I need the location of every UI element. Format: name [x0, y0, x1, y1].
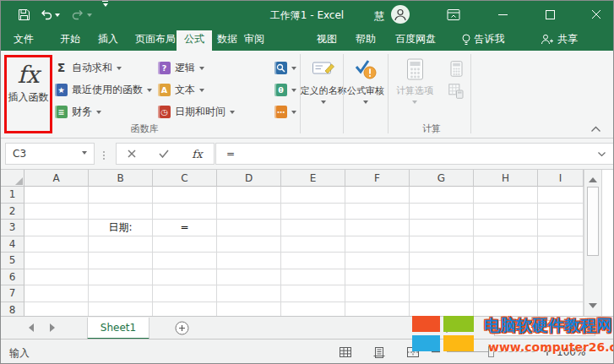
normal-view-button[interactable] — [340, 347, 351, 357]
next-sheet-icon[interactable] — [50, 323, 59, 332]
recently-used-button[interactable]: ★ 最近使用的函数 — [55, 80, 152, 99]
cell-I4[interactable] — [538, 236, 584, 253]
user-avatar[interactable] — [391, 5, 410, 24]
cell-B4[interactable] — [89, 236, 153, 253]
enter-check-icon[interactable] — [159, 149, 169, 158]
cell-D7[interactable] — [217, 285, 281, 302]
cell-H8[interactable] — [474, 302, 538, 317]
maximize-button[interactable] — [546, 1, 555, 28]
cell-A2[interactable] — [24, 204, 89, 220]
scroll-down-icon[interactable] — [589, 303, 597, 312]
cell-B3[interactable]: 日期: — [89, 220, 153, 236]
cell-I5[interactable] — [538, 253, 584, 269]
cell-F6[interactable] — [345, 269, 410, 286]
share-button[interactable]: 共享 — [541, 28, 578, 51]
cell-H2[interactable] — [474, 204, 538, 220]
cell-D5[interactable] — [217, 253, 281, 269]
cell-C6[interactable] — [153, 269, 217, 286]
sheet-tab-sheet1[interactable]: Sheet1 — [87, 318, 149, 340]
text-button[interactable]: A 文本 — [158, 80, 204, 99]
row-header-3[interactable]: 3 — [1, 220, 24, 236]
cell-G6[interactable] — [410, 269, 474, 286]
cell-E6[interactable] — [281, 269, 345, 286]
cell-G3[interactable] — [410, 220, 474, 236]
column-header-G[interactable]: G — [410, 170, 474, 187]
undo-button[interactable] — [40, 1, 60, 28]
tab-formulas-active[interactable]: 公式 — [184, 28, 204, 51]
cell-A5[interactable] — [24, 253, 89, 269]
cell-H7[interactable] — [474, 285, 538, 302]
tab-page-layout[interactable]: 页面布局 — [135, 28, 176, 51]
row-header-1[interactable]: 1 — [1, 187, 24, 204]
cell-C8[interactable] — [153, 302, 217, 317]
row-header-2[interactable]: 2 — [1, 204, 24, 220]
cell-A4[interactable] — [24, 236, 89, 253]
expand-formula-bar-icon[interactable] — [597, 151, 606, 157]
redo-button[interactable] — [72, 1, 92, 28]
column-header-A[interactable]: A — [24, 170, 89, 187]
tab-review[interactable]: 审阅 — [244, 28, 264, 51]
cell-C7[interactable] — [153, 285, 217, 302]
tell-me-box[interactable]: 告诉我 — [462, 28, 505, 51]
customize-quick-access-button[interactable] — [102, 1, 108, 28]
cell-F2[interactable] — [345, 204, 410, 220]
formula-input[interactable]: = — [215, 143, 614, 165]
cell-G2[interactable] — [410, 204, 474, 220]
name-box[interactable]: C3 — [5, 143, 95, 165]
cell-E7[interactable] — [281, 285, 345, 302]
cell-D3[interactable] — [217, 220, 281, 236]
cell-E8[interactable] — [281, 302, 345, 317]
cell-F8[interactable] — [345, 302, 410, 317]
date-time-button[interactable]: ◷ 日期和时间 — [158, 102, 235, 121]
cell-B5[interactable] — [89, 253, 153, 269]
column-header-C[interactable]: C — [153, 170, 217, 187]
defined-names-button[interactable]: 定义的名称 — [301, 55, 346, 134]
row-header-7[interactable]: 7 — [1, 285, 24, 302]
cell-I2[interactable] — [538, 204, 584, 220]
save-button[interactable] — [18, 1, 30, 28]
cell-G8[interactable] — [410, 302, 474, 317]
cell-G4[interactable] — [410, 236, 474, 253]
row-header-6[interactable]: 6 — [1, 269, 24, 286]
more-functions-button[interactable]: ⋯ — [274, 102, 296, 121]
cell-H3[interactable] — [474, 220, 538, 236]
cell-A3[interactable] — [24, 220, 89, 236]
cell-F4[interactable] — [345, 236, 410, 253]
tab-home[interactable]: 开始 — [60, 28, 80, 51]
insert-function-fx-button[interactable]: fx — [192, 148, 202, 160]
cell-C4[interactable] — [153, 236, 217, 253]
cell-I6[interactable] — [538, 269, 584, 286]
row-header-5[interactable]: 5 — [1, 253, 24, 269]
vertical-scroll-thumb[interactable] — [587, 187, 599, 256]
logical-button[interactable]: ? 逻辑 — [158, 58, 204, 77]
cell-A7[interactable] — [24, 285, 89, 302]
column-header-H[interactable]: H — [474, 170, 538, 187]
minimize-button[interactable] — [498, 1, 508, 28]
formula-bar-splitter[interactable] — [103, 149, 105, 161]
close-button[interactable] — [591, 1, 601, 28]
cell-I3[interactable] — [538, 220, 584, 236]
insert-function-button[interactable]: fx 插入函数 — [4, 55, 52, 133]
financial-button[interactable]: ≡ 财务 — [55, 102, 101, 121]
tab-data[interactable]: 数据 — [217, 28, 237, 51]
cell-B6[interactable] — [89, 269, 153, 286]
cell-E3[interactable] — [281, 220, 345, 236]
cell-F1[interactable] — [345, 187, 410, 204]
cell-H1[interactable] — [474, 187, 538, 204]
cancel-icon[interactable] — [128, 149, 136, 158]
cell-C2[interactable] — [153, 204, 217, 220]
vertical-scrollbar[interactable] — [584, 170, 602, 316]
cell-H4[interactable] — [474, 236, 538, 253]
cell-E4[interactable] — [281, 236, 345, 253]
collapse-ribbon-button[interactable] — [590, 125, 602, 133]
tab-insert[interactable]: 插入 — [98, 28, 118, 51]
row-header-4[interactable]: 4 — [1, 236, 24, 253]
cell-A8[interactable] — [24, 302, 89, 317]
ribbon-display-options-button[interactable] — [447, 1, 460, 28]
cell-C1[interactable] — [153, 187, 217, 204]
column-header-E[interactable]: E — [281, 170, 345, 187]
math-trig-button[interactable]: θ — [274, 80, 296, 99]
select-all-corner[interactable] — [1, 170, 24, 187]
cell-I8[interactable] — [538, 302, 584, 317]
cell-D2[interactable] — [217, 204, 281, 220]
